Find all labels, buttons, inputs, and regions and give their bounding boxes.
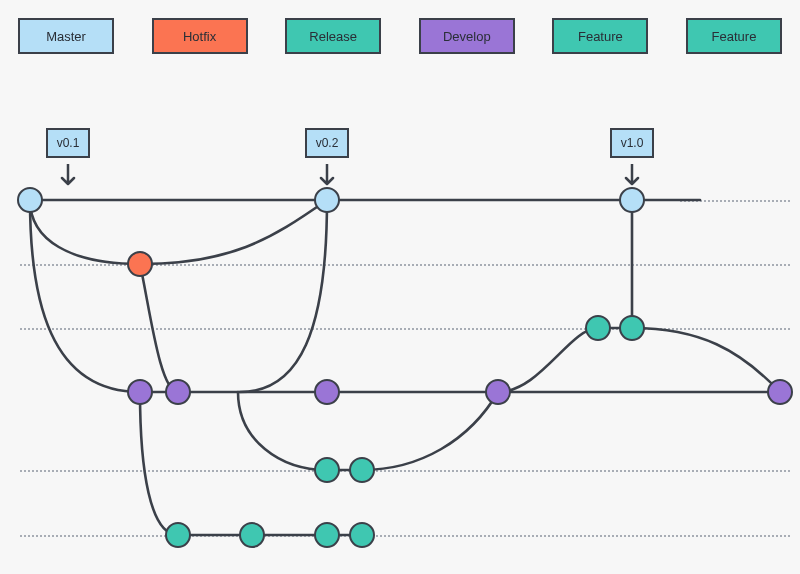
commit-master xyxy=(619,187,645,213)
commit-develop xyxy=(165,379,191,405)
commit-feature xyxy=(349,522,375,548)
legend-feature-1: Feature xyxy=(552,18,648,54)
commit-feature xyxy=(314,522,340,548)
commit-develop xyxy=(485,379,511,405)
commit-feature xyxy=(165,522,191,548)
branch-legend: Master Hotfix Release Develop Feature Fe… xyxy=(18,18,782,54)
commit-hotfix xyxy=(127,251,153,277)
commit-release xyxy=(619,315,645,341)
legend-release: Release xyxy=(285,18,381,54)
legend-master: Master xyxy=(18,18,114,54)
branch-edges xyxy=(0,140,800,570)
commit-master xyxy=(314,187,340,213)
commit-develop xyxy=(127,379,153,405)
commit-develop xyxy=(314,379,340,405)
commit-master xyxy=(17,187,43,213)
legend-feature-2: Feature xyxy=(686,18,782,54)
commit-feature xyxy=(314,457,340,483)
commit-develop xyxy=(767,379,793,405)
commit-feature xyxy=(349,457,375,483)
commit-release xyxy=(585,315,611,341)
legend-develop: Develop xyxy=(419,18,515,54)
gitflow-diagram xyxy=(0,140,800,570)
legend-hotfix: Hotfix xyxy=(152,18,248,54)
commit-feature xyxy=(239,522,265,548)
